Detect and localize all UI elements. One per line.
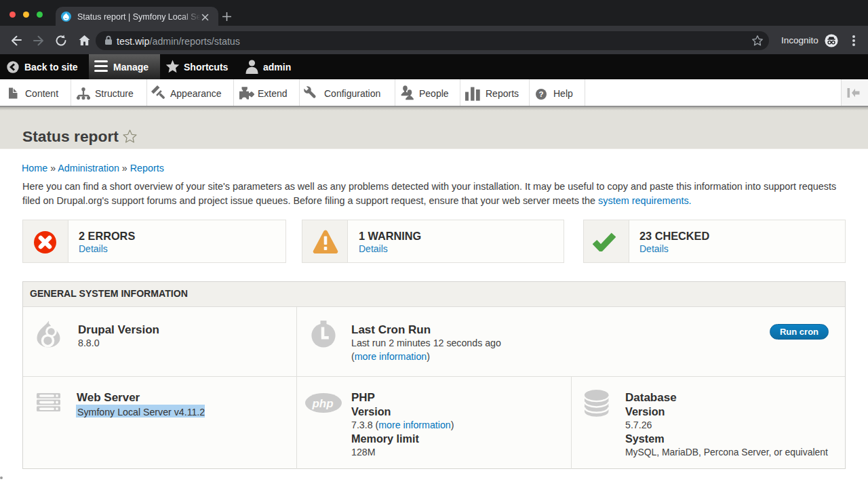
svg-text:?: ? [538, 90, 543, 98]
svg-text:php: php [311, 397, 333, 410]
